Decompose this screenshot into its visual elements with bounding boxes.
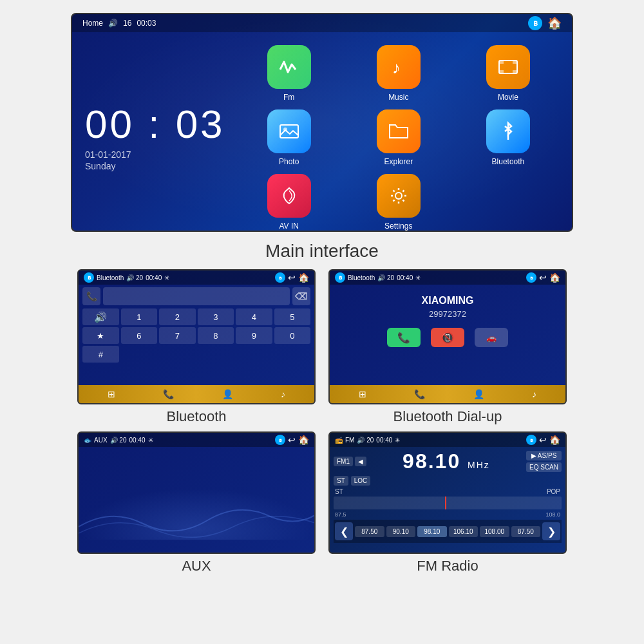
svg-rect-6	[280, 125, 298, 138]
main-screen: Home 🔊 16 00:03 ʙ 🏠 00 : 03 01-01-2017 S…	[71, 13, 573, 232]
app-settings[interactable]: Settings	[348, 174, 450, 231]
app-bluetooth-label: Bluetooth	[492, 157, 525, 166]
fm-pop-label: POP	[547, 488, 560, 495]
dialup-keypad-icon[interactable]: ⊞	[359, 389, 366, 399]
dialup-contacts-icon[interactable]: 📞	[414, 389, 425, 399]
fm-band-label: FM1 ◀	[334, 457, 366, 466]
dialup-phonebook-icon[interactable]: 👤	[473, 389, 484, 399]
aux-screen-container: 🐟 AUX 🔊 20 00:40 ✳ ʙ ↩ 🏠 AUX	[77, 431, 316, 574]
app-explorer[interactable]: Explorer	[348, 109, 450, 166]
phonebook-icon[interactable]: 👤	[222, 389, 233, 399]
fm-prev-nav[interactable]: ❮	[335, 522, 353, 540]
key-hash[interactable]: #	[82, 346, 119, 363]
app-fm-label: Fm	[283, 93, 294, 102]
svg-rect-4	[499, 70, 504, 73]
key-4[interactable]: 4	[236, 308, 272, 325]
key-0[interactable]: 0	[274, 327, 311, 344]
main-status-bar: Home 🔊 16 00:03 ʙ 🏠	[72, 14, 572, 32]
fm-range-end: 108.0	[545, 511, 560, 518]
key-7[interactable]: 7	[159, 327, 196, 344]
bluetooth-screen-container: ʙ Bluetooth 🔊 20 00:40 ✳ ʙ ↩ 🏠 📞 ⌫	[77, 269, 316, 425]
volume-key[interactable]: 🔊	[82, 308, 119, 325]
day-display: Sunday	[85, 161, 225, 171]
dialup-contact-section: XIAOMING 29972372	[330, 285, 565, 324]
fm-frequency-display: 98.10 MHz	[369, 450, 524, 473]
fm-st-btn[interactable]: ST	[334, 476, 348, 486]
fm-stations-row: ❮ 87.50 90.10 98.10 106.10 108.00 87.50 …	[334, 520, 562, 543]
bt-dialup-status-bar: ʙ Bluetooth 🔊 20 00:40 ✳ ʙ ↩ 🏠	[330, 270, 565, 285]
app-music[interactable]: ♪ Music	[348, 45, 450, 102]
section-title: Main interface	[265, 241, 379, 261]
fm-station-3[interactable]: 98.10	[417, 526, 447, 537]
aux-screen: 🐟 AUX 🔊 20 00:40 ✳ ʙ ↩ 🏠	[77, 431, 316, 554]
fm-station-6[interactable]: 87.50	[511, 526, 541, 537]
app-avin[interactable]: AV IN	[238, 174, 340, 231]
app-avin-label: AV IN	[279, 222, 298, 231]
bluetooth-label: Bluetooth	[167, 408, 227, 425]
time-section: 00 : 03 01-01-2017 Sunday	[85, 39, 225, 232]
app-bluetooth[interactable]: Bluetooth	[457, 109, 559, 166]
key-9[interactable]: 9	[236, 327, 272, 344]
svg-rect-3	[513, 61, 517, 64]
fm-loc-btn[interactable]: LOC	[351, 476, 371, 486]
keypad-icon[interactable]: ⊞	[108, 389, 115, 399]
answer-call-btn[interactable]: 📞	[387, 328, 421, 347]
contact-number: 29972372	[429, 309, 466, 319]
dial-input[interactable]	[103, 287, 290, 305]
time-value: 00:03	[137, 19, 156, 28]
fm-station-2[interactable]: 90.10	[386, 526, 416, 537]
bluetooth-dialup-container: ʙ Bluetooth 🔊 20 00:40 ✳ ʙ ↩ 🏠 XIAOMING …	[328, 269, 567, 425]
dialup-music-icon[interactable]: ♪	[532, 389, 536, 399]
aux-wave	[79, 462, 316, 553]
key-star[interactable]: ★	[82, 327, 119, 344]
fm-eq-scan-btn[interactable]: EQ SCAN	[526, 462, 562, 472]
fm-screen-container: 📻 FM 🔊 20 00:40 ✳ ʙ ↩ 🏠 FM1 ◀	[328, 431, 567, 574]
app-settings-label: Settings	[384, 222, 412, 231]
bluetooth-dialup-label: Bluetooth Dial-up	[393, 408, 502, 425]
app-movie[interactable]: Movie	[457, 45, 559, 102]
bluetooth-keypad-screen: ʙ Bluetooth 🔊 20 00:40 ✳ ʙ ↩ 🏠 📞 ⌫	[77, 269, 316, 404]
contacts-icon[interactable]: 📞	[163, 389, 174, 399]
bt-bottom-bar: ⊞ 📞 👤 ♪	[79, 385, 314, 403]
fm-station-4[interactable]: 106.10	[449, 526, 478, 537]
bottom-screens-row: 🐟 AUX 🔊 20 00:40 ✳ ʙ ↩ 🏠 AUX	[13, 431, 631, 574]
fm-asps-btn[interactable]: ▶ AS/PS	[526, 451, 562, 460]
date-display: 01-01-2017	[85, 149, 225, 160]
svg-rect-5	[513, 70, 517, 73]
app-fm[interactable]: Fm	[238, 45, 340, 102]
fm-prev-btn[interactable]: ◀	[355, 457, 366, 466]
key-2[interactable]: 2	[159, 308, 196, 325]
reject-call-btn[interactable]: 📵	[431, 328, 464, 347]
svg-point-9	[395, 193, 402, 199]
svg-text:♪: ♪	[392, 58, 401, 77]
app-photo[interactable]: Photo	[238, 109, 340, 166]
bt-time: 00:40	[146, 274, 162, 281]
svg-rect-2	[499, 61, 504, 64]
app-explorer-label: Explorer	[384, 157, 413, 166]
key-5[interactable]: 5	[274, 308, 311, 325]
fm-status-bar: 📻 FM 🔊 20 00:40 ✳ ʙ ↩ 🏠	[330, 433, 565, 447]
middle-screens-row: ʙ Bluetooth 🔊 20 00:40 ✳ ʙ ↩ 🏠 📞 ⌫	[13, 269, 631, 425]
backspace-btn[interactable]: ⌫	[292, 287, 310, 305]
app-movie-label: Movie	[498, 93, 518, 102]
key-8[interactable]: 8	[198, 327, 234, 344]
phone-icon[interactable]: 📞	[82, 287, 100, 305]
fm-station-1[interactable]: 87.50	[355, 526, 384, 537]
fm-freq-value: 98.10	[402, 450, 460, 473]
bt-keypad-status-bar: ʙ Bluetooth 🔊 20 00:40 ✳ ʙ ↩ 🏠	[79, 270, 314, 285]
key-3[interactable]: 3	[198, 308, 234, 325]
aux-label-bar: AUX	[94, 437, 108, 444]
key-6[interactable]: 6	[121, 327, 158, 344]
fm-screen: 📻 FM 🔊 20 00:40 ✳ ʙ ↩ 🏠 FM1 ◀	[328, 431, 567, 554]
fm-next-nav[interactable]: ❯	[542, 522, 560, 540]
fm-band-btn[interactable]: FM1	[334, 457, 353, 466]
key-1[interactable]: 1	[121, 308, 158, 325]
transfer-call-btn[interactable]: 🚗	[475, 328, 508, 347]
music-note-icon[interactable]: ♪	[281, 389, 285, 399]
home-icon: 🏠	[547, 16, 562, 30]
app-music-label: Music	[388, 93, 408, 102]
home-label: Home	[82, 19, 103, 28]
fm-station-5[interactable]: 108.00	[480, 526, 509, 537]
fm-screen-label: FM Radio	[417, 558, 478, 574]
fm-range-start: 87.5	[335, 511, 346, 518]
